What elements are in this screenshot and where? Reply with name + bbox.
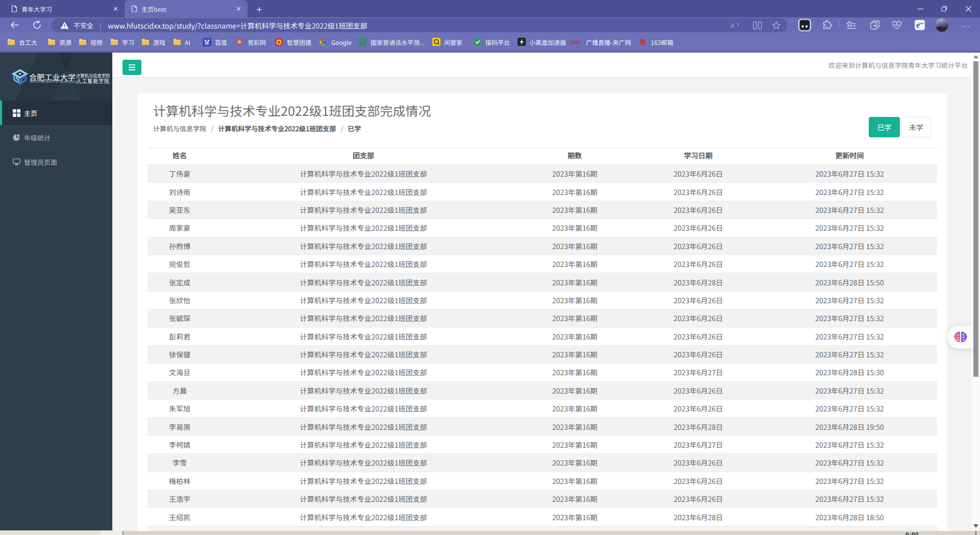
svg-text:易: 易 bbox=[640, 38, 646, 46]
svg-text:CNR: CNR bbox=[570, 39, 581, 45]
svg-text:PSC: PSC bbox=[360, 38, 365, 42]
svg-text:A: A bbox=[730, 22, 735, 30]
svg-text:du: du bbox=[206, 41, 209, 44]
